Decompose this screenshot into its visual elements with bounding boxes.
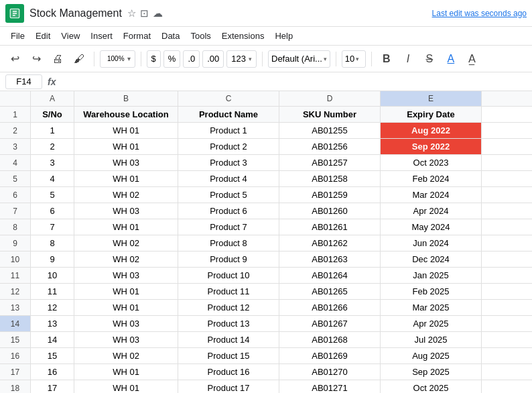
strikethrough-button[interactable]: S: [420, 50, 439, 68]
paint-format-button[interactable]: 🖌: [70, 50, 88, 68]
cell-a-row-14[interactable]: 13: [31, 316, 74, 331]
cell-c-row-18[interactable]: Product 17: [178, 380, 279, 393]
percent-button[interactable]: %: [163, 50, 181, 68]
cell-a-row-6[interactable]: 5: [31, 187, 74, 203]
row-number[interactable]: 8: [0, 219, 31, 235]
cell-b-row-14[interactable]: WH 03: [74, 316, 178, 331]
cell-b-row-2[interactable]: WH 01: [74, 123, 178, 138]
cell-b-row-4[interactable]: WH 03: [74, 155, 178, 170]
italic-button[interactable]: I: [399, 50, 417, 68]
row-number[interactable]: 14: [0, 316, 31, 331]
row-number[interactable]: 17: [0, 364, 31, 380]
cell-d-row-17[interactable]: AB01270: [279, 364, 381, 380]
row-number[interactable]: 13: [0, 300, 31, 315]
cell-c-row-1[interactable]: Product Name: [178, 107, 279, 122]
menu-extensions[interactable]: Extensions: [216, 27, 270, 46]
cell-a-row-11[interactable]: 10: [31, 268, 74, 283]
currency-button[interactable]: $: [147, 50, 161, 68]
decimal2-button[interactable]: .00: [202, 50, 224, 68]
cell-b-row-9[interactable]: WH 02: [74, 235, 178, 251]
cell-e-row-7[interactable]: Apr 2024: [381, 203, 482, 219]
cell-c-row-8[interactable]: Product 7: [178, 219, 279, 235]
star-icon[interactable]: ☆: [127, 7, 136, 19]
cell-c-row-5[interactable]: Product 4: [178, 171, 279, 186]
cell-a-row-18[interactable]: 17: [31, 380, 74, 393]
cell-b-row-17[interactable]: WH 01: [74, 364, 178, 380]
cell-b-row-7[interactable]: WH 03: [74, 203, 178, 219]
cell-d-row-18[interactable]: AB01271: [279, 380, 381, 393]
row-number[interactable]: 6: [0, 187, 31, 203]
cell-c-row-4[interactable]: Product 3: [178, 155, 279, 170]
cell-b-row-1[interactable]: Warehouse Location: [74, 107, 178, 122]
cell-e-row-16[interactable]: Aug 2025: [381, 348, 482, 363]
cell-c-row-14[interactable]: Product 13: [178, 316, 279, 331]
row-number[interactable]: 9: [0, 235, 31, 251]
zoom-selector[interactable]: 100% ▾: [100, 50, 135, 68]
menu-file[interactable]: File: [5, 27, 30, 46]
cell-b-row-13[interactable]: WH 01: [74, 300, 178, 315]
cell-e-row-13[interactable]: Mar 2025: [381, 300, 482, 315]
undo-button[interactable]: ↩: [5, 50, 24, 68]
cell-c-row-13[interactable]: Product 12: [178, 300, 279, 315]
cell-a-row-13[interactable]: 12: [31, 300, 74, 315]
cell-a-row-2[interactable]: 1: [31, 123, 74, 138]
row-number[interactable]: 5: [0, 171, 31, 186]
cell-b-row-8[interactable]: WH 01: [74, 219, 178, 235]
cell-c-row-12[interactable]: Product 11: [178, 284, 279, 299]
col-header-d[interactable]: D: [279, 91, 381, 106]
row-number[interactable]: 1: [0, 107, 31, 122]
cell-d-row-7[interactable]: AB01260: [279, 203, 381, 219]
cell-b-row-15[interactable]: WH 03: [74, 332, 178, 347]
redo-button[interactable]: ↪: [27, 50, 46, 68]
cell-e-row-8[interactable]: May 2024: [381, 219, 482, 235]
cell-d-row-8[interactable]: AB01261: [279, 219, 381, 235]
row-number[interactable]: 10: [0, 251, 31, 267]
cell-c-row-9[interactable]: Product 8: [178, 235, 279, 251]
cloud-icon[interactable]: ☁: [153, 7, 163, 19]
menu-insert[interactable]: Insert: [85, 27, 118, 46]
cell-e-row-18[interactable]: Oct 2025: [381, 380, 482, 393]
cell-a-row-8[interactable]: 7: [31, 219, 74, 235]
cell-a-row-4[interactable]: 3: [31, 155, 74, 170]
cell-b-row-18[interactable]: WH 01: [74, 380, 178, 393]
col-header-e[interactable]: E: [381, 91, 482, 106]
row-number[interactable]: 2: [0, 123, 31, 138]
document-title[interactable]: Stock Management: [29, 7, 122, 19]
cell-a-row-17[interactable]: 16: [31, 364, 74, 380]
cell-c-row-16[interactable]: Product 15: [178, 348, 279, 363]
cell-reference-input[interactable]: [5, 74, 42, 89]
font-selector[interactable]: Default (Ari... ▾: [268, 50, 330, 68]
more-formats-button[interactable]: 123 ▾: [226, 50, 257, 68]
row-number[interactable]: 3: [0, 139, 31, 154]
col-header-a[interactable]: A: [31, 91, 74, 106]
cell-d-row-15[interactable]: AB01268: [279, 332, 381, 347]
cell-b-row-6[interactable]: WH 02: [74, 187, 178, 203]
cell-b-row-16[interactable]: WH 02: [74, 348, 178, 363]
cell-d-row-5[interactable]: AB01258: [279, 171, 381, 186]
cell-d-row-2[interactable]: AB01255: [279, 123, 381, 138]
menu-data[interactable]: Data: [156, 27, 185, 46]
cell-a-row-10[interactable]: 9: [31, 251, 74, 267]
cell-e-row-5[interactable]: Feb 2024: [381, 171, 482, 186]
cell-b-row-10[interactable]: WH 02: [74, 251, 178, 267]
cell-c-row-15[interactable]: Product 14: [178, 332, 279, 347]
row-number[interactable]: 16: [0, 348, 31, 363]
cell-a-row-7[interactable]: 6: [31, 203, 74, 219]
cell-d-row-16[interactable]: AB01269: [279, 348, 381, 363]
menu-edit[interactable]: Edit: [30, 27, 56, 46]
col-header-c[interactable]: C: [178, 91, 279, 106]
cell-d-row-4[interactable]: AB01257: [279, 155, 381, 170]
print-button[interactable]: 🖨: [48, 50, 67, 68]
cell-e-row-10[interactable]: Dec 2024: [381, 251, 482, 267]
menu-help[interactable]: Help: [269, 27, 298, 46]
cell-d-row-14[interactable]: AB01267: [279, 316, 381, 331]
cell-b-row-11[interactable]: WH 03: [74, 268, 178, 283]
cell-b-row-12[interactable]: WH 01: [74, 284, 178, 299]
font-color-button[interactable]: A: [442, 50, 460, 68]
cell-a-row-1[interactable]: S/No: [31, 107, 74, 122]
cell-e-row-11[interactable]: Jan 2025: [381, 268, 482, 283]
cell-a-row-5[interactable]: 4: [31, 171, 74, 186]
cell-d-row-1[interactable]: SKU Number: [279, 107, 381, 122]
cell-a-row-12[interactable]: 11: [31, 284, 74, 299]
cell-d-row-12[interactable]: AB01265: [279, 284, 381, 299]
